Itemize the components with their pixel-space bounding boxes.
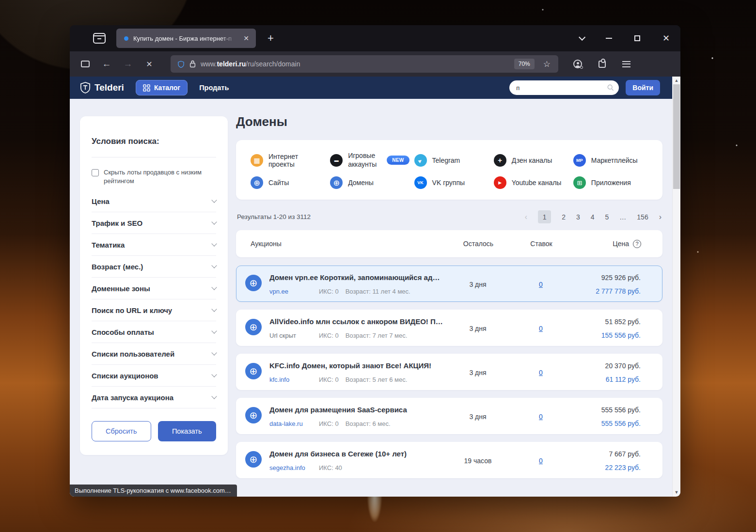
category-telegram[interactable]: ►Telegram <box>414 152 489 169</box>
new-tab-button[interactable]: + <box>264 32 278 45</box>
brand-name: Telderi <box>94 82 124 93</box>
filter-user-lists[interactable]: Списки пользователей <box>92 343 216 365</box>
lot-title[interactable]: Домен для размещения SaaS-сервиса <box>269 406 444 414</box>
catalog-button[interactable]: Каталог <box>136 80 188 95</box>
stop-button[interactable]: ✕ <box>141 56 158 72</box>
telderi-logo[interactable]: Telderi <box>80 82 124 94</box>
filter-auction-lists[interactable]: Списки аукционов <box>92 365 216 387</box>
filter-age[interactable]: Возраст (мес.) <box>92 256 216 278</box>
account-icon[interactable] <box>569 56 586 72</box>
menu-hamburger-icon[interactable] <box>617 56 635 72</box>
tracking-shield-icon[interactable] <box>177 60 185 68</box>
vk-icon: VK <box>414 176 427 189</box>
browser-tab[interactable]: Купить домен - Биржа интернет-п ✕ <box>116 29 256 48</box>
site-search[interactable] <box>509 80 619 95</box>
listing-row[interactable]: ⊕ Домен vpn.ee Короткий, запоминающийся … <box>236 266 662 302</box>
list-tabs-chevron-icon[interactable] <box>579 34 585 41</box>
lot-bids: 0 <box>512 368 570 377</box>
globe-icon: ⊕ <box>245 319 262 335</box>
lot-title[interactable]: Домен vpn.ee Короткий, запоминающийся ад… <box>269 273 444 282</box>
lot-title[interactable]: AllVideo.info млн ссылок с анкором ВИДЕО… <box>269 317 444 326</box>
category-vk-groups[interactable]: VKVK группы <box>414 176 489 189</box>
col-bids: Ставок <box>512 240 570 248</box>
tab-close-icon[interactable]: ✕ <box>241 33 251 43</box>
listing-row[interactable]: ⊕ AllVideo.info млн ссылок с анкором ВИД… <box>236 310 662 346</box>
scroll-down-icon[interactable]: ▼ <box>673 490 680 495</box>
filter-auction-start-date[interactable]: Дата запуска аукциона <box>92 387 216 408</box>
lot-url-link[interactable]: data-lake.ru <box>269 420 319 427</box>
filter-url-key-search[interactable]: Поиск по URL и ключу <box>92 299 216 321</box>
lot-url-link[interactable]: kfc.info <box>269 376 319 383</box>
firefox-view-icon[interactable] <box>93 33 106 44</box>
category-youtube-channels[interactable]: ▶Youtube каналы <box>494 176 568 189</box>
site-search-input[interactable] <box>516 84 607 92</box>
pagination-page-2[interactable]: 2 <box>562 213 566 221</box>
category-internet-projects[interactable]: ▦Интернет проекты <box>251 152 325 169</box>
lot-title[interactable]: Домен для бизнеса в Сегеже (10+ лет) <box>269 450 444 458</box>
wallpaper-light-beam <box>364 494 385 532</box>
window-maximize-button[interactable] <box>634 35 640 41</box>
sell-link[interactable]: Продать <box>199 84 229 92</box>
category-zen-channels[interactable]: +Дзен каналы <box>494 152 568 169</box>
url-bar[interactable]: www.telderi.ru/ru/search/domain 70% ☆ <box>171 55 558 73</box>
lot-url-link[interactable]: segezha.info <box>269 464 319 471</box>
chevron-down-icon <box>211 285 217 290</box>
filter-payment-methods[interactable]: Способы оплаты <box>92 321 216 343</box>
lot-price-buyout[interactable]: 22 223 руб. <box>570 464 641 471</box>
filter-price[interactable]: Цена <box>92 190 216 212</box>
help-icon[interactable]: ? <box>633 240 641 248</box>
zoom-level-badge[interactable]: 70% <box>514 59 535 69</box>
page-scrollbar[interactable]: ▲ ▼ <box>672 77 680 497</box>
lock-icon[interactable] <box>189 60 196 68</box>
lot-url-link[interactable]: vpn.ee <box>269 288 319 295</box>
pagination-page-1[interactable]: 1 <box>538 210 551 223</box>
url-text: www.telderi.ru/ru/search/domain <box>201 60 509 68</box>
login-button[interactable]: Войти <box>626 80 660 95</box>
pagination-page-156[interactable]: 156 <box>637 213 648 221</box>
filter-traffic-seo[interactable]: Трафик и SEO <box>92 212 216 234</box>
filter-domain-zones[interactable]: Доменные зоны <box>92 278 216 299</box>
category-apps[interactable]: ⊞Приложения <box>573 176 648 189</box>
listing-row[interactable]: ⊕ Домен для размещения SaaS-сервиса data… <box>236 398 662 434</box>
filters-panel: Условия поиска: Скрыть лоты продавцов с … <box>80 116 228 455</box>
listing-row[interactable]: ⊕ KFC.info Домен, который знают Все! АКЦ… <box>236 354 662 390</box>
filters-title: Условия поиска: <box>92 137 216 157</box>
checkbox[interactable] <box>92 169 99 176</box>
category-marketplaces[interactable]: MPМаркетплейсы <box>573 152 648 169</box>
category-sites[interactable]: ⊕Сайты <box>251 176 325 189</box>
pagination-ellipsis: … <box>619 213 626 221</box>
filter-theme[interactable]: Тематика <box>92 234 216 256</box>
lot-age: Возраст: 6 мес. <box>346 420 391 427</box>
scrollbar-thumb[interactable] <box>673 84 680 189</box>
pagination-page-3[interactable]: 3 <box>576 213 580 221</box>
bookmark-star-icon[interactable]: ☆ <box>539 59 554 69</box>
window-close-button[interactable]: ✕ <box>662 34 670 43</box>
pagination-page-4[interactable]: 4 <box>591 213 595 221</box>
back-button[interactable]: ← <box>98 56 115 72</box>
lot-bids: 0 <box>512 412 570 421</box>
lot-price-buyout[interactable]: 2 777 778 руб. <box>570 287 641 295</box>
lot-price-buyout[interactable]: 155 556 руб. <box>570 331 641 339</box>
search-icon[interactable] <box>607 84 614 91</box>
category-game-accounts[interactable]: ▬Игровые аккаунтыNEW <box>330 152 409 169</box>
window-minimize-button[interactable] <box>606 38 612 39</box>
pagination-page-5[interactable]: 5 <box>605 213 609 221</box>
pagination-next-icon[interactable]: › <box>659 213 662 221</box>
lot-title[interactable]: KFC.info Домен, который знают Все! АКЦИЯ… <box>269 361 444 370</box>
extensions-puzzle-icon[interactable] <box>593 56 611 72</box>
globe-icon: ⊕ <box>251 176 263 189</box>
globe-icon: ⊕ <box>245 451 262 468</box>
lot-age: Возраст: 7 лет 7 мес. <box>346 332 408 339</box>
lot-price-buyout[interactable]: 555 556 руб. <box>570 420 641 427</box>
show-button[interactable]: Показать <box>158 421 217 441</box>
listing-row[interactable]: ⊕ Домен для бизнеса в Сегеже (10+ лет) s… <box>236 442 662 478</box>
pagination-prev-icon[interactable]: ‹ <box>525 213 527 221</box>
chevron-down-icon <box>211 263 217 268</box>
lot-price-buyout[interactable]: 61 112 руб. <box>570 376 641 383</box>
category-domains[interactable]: ⊕Домены <box>330 176 409 189</box>
reset-button[interactable]: Сбросить <box>92 421 151 441</box>
forward-button[interactable]: → <box>119 56 137 72</box>
hide-low-rating-checkbox-row[interactable]: Скрыть лоты продавцов с низким рейтингом <box>92 168 216 186</box>
scroll-up-icon[interactable]: ▲ <box>673 78 680 83</box>
sidebar-toggle-icon[interactable] <box>77 56 94 72</box>
